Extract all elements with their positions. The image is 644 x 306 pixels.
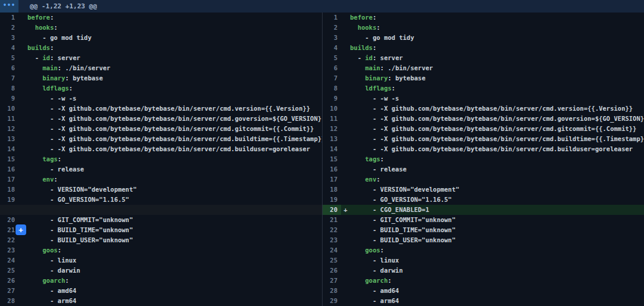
line-marker: [341, 13, 350, 23]
add-comment-button[interactable]: +: [16, 224, 26, 235]
line-marker: [18, 83, 27, 93]
line-marker: [18, 185, 27, 195]
line-number[interactable]: 8: [323, 83, 341, 93]
line-number[interactable]: 2: [0, 23, 18, 33]
line-marker: [18, 266, 27, 276]
line-number[interactable]: 27: [323, 276, 341, 286]
line-number[interactable]: 1: [323, 13, 341, 23]
line-number[interactable]: 26: [323, 266, 341, 276]
line-number[interactable]: 15: [0, 154, 18, 164]
line-number[interactable]: 6: [0, 63, 18, 73]
line-number[interactable]: 19: [0, 195, 18, 205]
code-text: - -X github.com/bytebase/bytebase/bin/se…: [350, 124, 644, 134]
line-number[interactable]: 11: [0, 114, 18, 124]
line-number[interactable]: 12: [0, 124, 18, 134]
code-text: - GIT_COMMIT="unknown": [350, 215, 644, 225]
line-marker: [18, 296, 27, 306]
code-text: - arm64: [27, 296, 322, 306]
code-text: - -X github.com/bytebase/bytebase/bin/se…: [27, 124, 322, 134]
line-number[interactable]: 11: [323, 114, 341, 124]
diff-row: 15 tags:: [0, 154, 322, 164]
diff-row: 29 - arm64: [323, 296, 644, 306]
line-number[interactable]: 24: [323, 245, 341, 255]
line-number[interactable]: 12: [323, 124, 341, 134]
line-number[interactable]: 13: [323, 134, 341, 144]
hunk-heading: @@ -1,22 +1,23 @@: [18, 0, 97, 13]
diff-row: 6 main: ./bin/server: [0, 63, 322, 73]
line-number[interactable]: 25: [323, 255, 341, 266]
line-number[interactable]: 17: [0, 174, 18, 185]
code-text: tags:: [350, 154, 644, 164]
line-number[interactable]: 26: [0, 276, 18, 286]
line-number[interactable]: 28: [323, 286, 341, 296]
line-number[interactable]: 4: [323, 43, 341, 53]
code-text: - -X github.com/bytebase/bytebase/bin/se…: [350, 104, 644, 114]
diff-row: 20 - GIT_COMMIT="unknown": [0, 215, 322, 225]
code-text: - go mod tidy: [27, 33, 322, 43]
code-text: - BUILD_USER="unknown": [27, 235, 322, 245]
line-number[interactable]: 14: [323, 144, 341, 154]
line-number[interactable]: 5: [0, 53, 18, 63]
line-marker: [341, 235, 350, 245]
diff-row: 11 - -X github.com/bytebase/bytebase/bin…: [0, 114, 322, 124]
line-number[interactable]: 13: [0, 134, 18, 144]
line-number[interactable]: 16: [0, 164, 18, 174]
line-number[interactable]: 7: [323, 73, 341, 83]
line-marker: [18, 174, 27, 185]
line-number[interactable]: 16: [323, 164, 341, 174]
line-number[interactable]: 2: [323, 23, 341, 33]
line-number[interactable]: 14: [0, 144, 18, 154]
line-number[interactable]: 8: [0, 83, 18, 93]
diff-row: 14 - -X github.com/bytebase/bytebase/bin…: [323, 144, 644, 154]
line-number[interactable]: 20: [323, 205, 341, 215]
line-number[interactable]: 18: [323, 185, 341, 195]
line-marker: [18, 255, 27, 266]
line-number[interactable]: 18: [0, 185, 18, 195]
line-marker: [18, 164, 27, 174]
line-number[interactable]: 3: [323, 33, 341, 43]
code-text: ldflags:: [27, 83, 322, 93]
line-number[interactable]: 27: [0, 286, 18, 296]
line-number[interactable]: 10: [323, 104, 341, 114]
line-number[interactable]: 23: [323, 235, 341, 245]
line-number[interactable]: 29: [323, 296, 341, 306]
code-text: - -X github.com/bytebase/bytebase/bin/se…: [350, 114, 644, 124]
line-number[interactable]: 25: [0, 266, 18, 276]
line-number[interactable]: 22: [0, 235, 18, 245]
line-number[interactable]: 23: [0, 245, 18, 255]
code-text: - -X github.com/bytebase/bytebase/bin/se…: [350, 134, 644, 144]
line-number[interactable]: 24: [0, 255, 18, 266]
line-number[interactable]: 22: [323, 225, 341, 235]
line-number[interactable]: 6: [323, 63, 341, 73]
line-number[interactable]: 9: [0, 93, 18, 104]
line-number[interactable]: 3: [0, 33, 18, 43]
line-marker: [18, 53, 27, 63]
diff-row: 12 - -X github.com/bytebase/bytebase/bin…: [0, 124, 322, 134]
line-marker: [18, 195, 27, 205]
line-marker: [18, 63, 27, 73]
code-text: - id: server: [27, 53, 322, 63]
code-text: - BUILD_TIME="unknown": [350, 225, 644, 235]
line-number[interactable]: 20: [0, 215, 18, 225]
code-text: - release: [350, 164, 644, 174]
code-text: - amd64: [350, 286, 644, 296]
code-text: - CGO_ENABLED=1: [350, 205, 644, 215]
line-number[interactable]: 10: [0, 104, 18, 114]
line-number[interactable]: 28: [0, 296, 18, 306]
line-marker: [341, 73, 350, 83]
line-number[interactable]: 19: [323, 195, 341, 205]
line-number[interactable]: 17: [323, 174, 341, 185]
line-number[interactable]: 15: [323, 154, 341, 164]
line-number[interactable]: 4: [0, 43, 18, 53]
line-number[interactable]: 7: [0, 73, 18, 83]
line-marker: [18, 114, 27, 124]
line-marker: [341, 255, 350, 266]
line-number[interactable]: 21: [323, 215, 341, 225]
code-text: - BUILD_TIME="unknown": [27, 225, 322, 235]
expand-hunk-button[interactable]: •••: [0, 0, 18, 13]
code-text: - GIT_COMMIT="unknown": [27, 215, 322, 225]
line-number[interactable]: 1: [0, 13, 18, 23]
line-number[interactable]: 9: [323, 93, 341, 104]
code-text: - release: [27, 164, 322, 174]
line-number[interactable]: 5: [323, 53, 341, 63]
